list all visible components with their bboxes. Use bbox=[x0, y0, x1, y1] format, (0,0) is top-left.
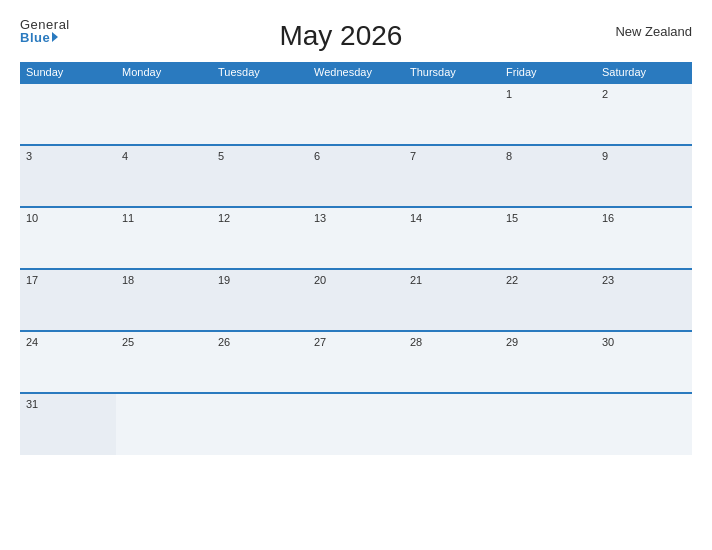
calendar-week-row: 12 bbox=[20, 83, 692, 145]
day-number: 13 bbox=[314, 212, 326, 224]
header-wednesday: Wednesday bbox=[308, 62, 404, 83]
calendar-day-cell: 8 bbox=[500, 145, 596, 207]
day-number: 8 bbox=[506, 150, 512, 162]
calendar-day-cell: 2 bbox=[596, 83, 692, 145]
day-number: 18 bbox=[122, 274, 134, 286]
calendar-day-cell: 6 bbox=[308, 145, 404, 207]
calendar-day-cell: 28 bbox=[404, 331, 500, 393]
header-saturday: Saturday bbox=[596, 62, 692, 83]
calendar-day-cell bbox=[116, 83, 212, 145]
calendar-header-row: Sunday Monday Tuesday Wednesday Thursday… bbox=[20, 62, 692, 83]
calendar-day-cell: 25 bbox=[116, 331, 212, 393]
day-number: 24 bbox=[26, 336, 38, 348]
calendar-day-cell bbox=[308, 393, 404, 455]
calendar-day-cell bbox=[20, 83, 116, 145]
calendar-week-row: 31 bbox=[20, 393, 692, 455]
header: General Blue May 2026 New Zealand bbox=[20, 18, 692, 52]
calendar-day-cell: 31 bbox=[20, 393, 116, 455]
calendar-day-cell: 20 bbox=[308, 269, 404, 331]
calendar-day-cell bbox=[500, 393, 596, 455]
calendar-day-cell: 21 bbox=[404, 269, 500, 331]
calendar-day-cell bbox=[596, 393, 692, 455]
day-number: 15 bbox=[506, 212, 518, 224]
day-number: 19 bbox=[218, 274, 230, 286]
calendar-day-cell bbox=[308, 83, 404, 145]
calendar-day-cell: 17 bbox=[20, 269, 116, 331]
day-number: 2 bbox=[602, 88, 608, 100]
day-number: 22 bbox=[506, 274, 518, 286]
calendar-week-row: 17181920212223 bbox=[20, 269, 692, 331]
day-number: 3 bbox=[26, 150, 32, 162]
calendar-day-cell: 11 bbox=[116, 207, 212, 269]
calendar-day-cell: 18 bbox=[116, 269, 212, 331]
logo-blue-text: Blue bbox=[20, 31, 58, 44]
day-number: 6 bbox=[314, 150, 320, 162]
day-number: 25 bbox=[122, 336, 134, 348]
day-number: 21 bbox=[410, 274, 422, 286]
calendar-title: May 2026 bbox=[70, 18, 612, 52]
calendar-table: Sunday Monday Tuesday Wednesday Thursday… bbox=[20, 62, 692, 455]
logo-triangle-icon bbox=[52, 32, 58, 42]
header-tuesday: Tuesday bbox=[212, 62, 308, 83]
calendar-week-row: 24252627282930 bbox=[20, 331, 692, 393]
day-number: 1 bbox=[506, 88, 512, 100]
day-number: 11 bbox=[122, 212, 134, 224]
day-number: 10 bbox=[26, 212, 38, 224]
calendar-day-cell bbox=[404, 393, 500, 455]
calendar-day-cell: 4 bbox=[116, 145, 212, 207]
calendar-week-row: 10111213141516 bbox=[20, 207, 692, 269]
calendar-day-cell: 13 bbox=[308, 207, 404, 269]
calendar-day-cell: 30 bbox=[596, 331, 692, 393]
day-number: 17 bbox=[26, 274, 38, 286]
day-number: 28 bbox=[410, 336, 422, 348]
day-number: 9 bbox=[602, 150, 608, 162]
calendar-day-cell: 23 bbox=[596, 269, 692, 331]
day-number: 29 bbox=[506, 336, 518, 348]
day-number: 26 bbox=[218, 336, 230, 348]
calendar-day-cell bbox=[212, 393, 308, 455]
calendar-day-cell: 14 bbox=[404, 207, 500, 269]
day-number: 27 bbox=[314, 336, 326, 348]
calendar-day-cell bbox=[404, 83, 500, 145]
logo: General Blue bbox=[20, 18, 70, 44]
day-number: 30 bbox=[602, 336, 614, 348]
calendar-day-cell: 22 bbox=[500, 269, 596, 331]
day-number: 23 bbox=[602, 274, 614, 286]
day-number: 16 bbox=[602, 212, 614, 224]
day-number: 31 bbox=[26, 398, 38, 410]
day-number: 12 bbox=[218, 212, 230, 224]
calendar-day-cell: 16 bbox=[596, 207, 692, 269]
calendar-page: General Blue May 2026 New Zealand Sunday… bbox=[0, 0, 712, 550]
calendar-day-cell: 5 bbox=[212, 145, 308, 207]
day-number: 7 bbox=[410, 150, 416, 162]
calendar-day-cell: 15 bbox=[500, 207, 596, 269]
calendar-day-cell: 3 bbox=[20, 145, 116, 207]
header-monday: Monday bbox=[116, 62, 212, 83]
calendar-week-row: 3456789 bbox=[20, 145, 692, 207]
day-number: 20 bbox=[314, 274, 326, 286]
header-friday: Friday bbox=[500, 62, 596, 83]
header-sunday: Sunday bbox=[20, 62, 116, 83]
day-number: 5 bbox=[218, 150, 224, 162]
header-thursday: Thursday bbox=[404, 62, 500, 83]
calendar-day-cell: 10 bbox=[20, 207, 116, 269]
country-label: New Zealand bbox=[612, 18, 692, 39]
calendar-day-cell: 24 bbox=[20, 331, 116, 393]
calendar-day-cell: 26 bbox=[212, 331, 308, 393]
calendar-day-cell: 7 bbox=[404, 145, 500, 207]
calendar-day-cell: 27 bbox=[308, 331, 404, 393]
calendar-day-cell: 19 bbox=[212, 269, 308, 331]
calendar-day-cell: 9 bbox=[596, 145, 692, 207]
day-number: 4 bbox=[122, 150, 128, 162]
calendar-day-cell bbox=[212, 83, 308, 145]
calendar-day-cell: 12 bbox=[212, 207, 308, 269]
calendar-day-cell: 1 bbox=[500, 83, 596, 145]
day-number: 14 bbox=[410, 212, 422, 224]
calendar-day-cell bbox=[116, 393, 212, 455]
calendar-day-cell: 29 bbox=[500, 331, 596, 393]
